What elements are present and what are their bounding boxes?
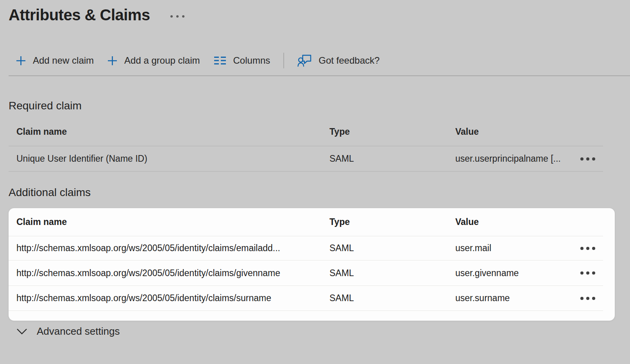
got-feedback-label: Got feedback? [319, 55, 379, 66]
claim-name-cell[interactable]: Unique User Identifier (Name ID) [16, 153, 329, 164]
command-bar: Add new claim Add a group claim Columns [16, 51, 379, 70]
additional-claims-heading: Additional claims [9, 186, 91, 199]
page-header: Attributes & Claims [9, 6, 184, 24]
attributes-claims-page: Attributes & Claims Add new claim Add a … [0, 0, 630, 364]
ellipsis-icon [182, 15, 184, 18]
claim-name-cell[interactable]: http://schemas.xmlsoap.org/ws/2005/05/id… [16, 243, 329, 253]
column-header-value: Value [455, 217, 579, 227]
ellipsis-icon [592, 247, 595, 250]
column-header-type: Type [329, 217, 455, 227]
additional-claims-card: Claim name Type Value http://schemas.xml… [9, 208, 615, 321]
table-row[interactable]: http://schemas.xmlsoap.org/ws/2005/05/id… [9, 261, 603, 286]
ellipsis-icon [592, 157, 595, 161]
got-feedback-button[interactable]: Got feedback? [297, 54, 379, 67]
advanced-settings-label: Advanced settings [37, 325, 120, 337]
row-overflow-menu-button[interactable] [580, 247, 603, 250]
claim-value-cell: user.surname [455, 293, 579, 303]
ellipsis-icon [176, 15, 179, 18]
toolbar-rule [9, 75, 630, 76]
columns-icon [213, 55, 227, 66]
ellipsis-icon [586, 271, 589, 275]
additional-claims-table: Claim name Type Value http://schemas.xml… [9, 208, 603, 311]
ellipsis-icon [580, 247, 583, 250]
row-overflow-menu-button[interactable] [580, 297, 603, 300]
chevron-down-icon [16, 328, 27, 335]
ellipsis-icon [586, 157, 589, 161]
column-header-type: Type [329, 127, 455, 137]
table-row[interactable]: Unique User Identifier (Name ID) SAML us… [9, 146, 603, 172]
claim-value-cell: user.mail [455, 243, 579, 253]
claim-type-cell: SAML [329, 268, 455, 278]
add-group-claim-button[interactable]: Add a group claim [107, 55, 200, 66]
add-new-claim-button[interactable]: Add new claim [16, 55, 94, 66]
ellipsis-icon [586, 247, 589, 250]
toolbar-divider [283, 53, 284, 68]
ellipsis-icon [592, 271, 595, 275]
plus-icon [16, 55, 26, 66]
column-header-claim-name: Claim name [16, 217, 329, 227]
claim-name-cell[interactable]: http://schemas.xmlsoap.org/ws/2005/05/id… [16, 268, 329, 278]
table-row[interactable]: http://schemas.xmlsoap.org/ws/2005/05/id… [9, 286, 603, 311]
column-header-claim-name: Claim name [16, 127, 329, 137]
row-overflow-menu-button[interactable] [580, 157, 603, 161]
claim-value-cell: user.givenname [455, 268, 579, 278]
columns-button[interactable]: Columns [213, 55, 270, 66]
ellipsis-icon [580, 271, 583, 275]
ellipsis-icon [592, 297, 595, 300]
claim-type-cell: SAML [329, 243, 455, 253]
claim-type-cell: SAML [329, 153, 455, 164]
page-context-menu-button[interactable] [170, 13, 184, 18]
required-claim-table-header: Claim name Type Value [9, 118, 603, 146]
columns-label: Columns [233, 55, 270, 66]
row-overflow-menu-button[interactable] [580, 271, 603, 275]
claim-name-cell[interactable]: http://schemas.xmlsoap.org/ws/2005/05/id… [16, 293, 329, 303]
ellipsis-icon [580, 297, 583, 300]
required-claim-table: Claim name Type Value Unique User Identi… [9, 118, 603, 172]
claim-type-cell: SAML [329, 293, 455, 303]
page-title: Attributes & Claims [9, 6, 150, 24]
required-claim-heading: Required claim [9, 100, 82, 112]
table-row[interactable]: http://schemas.xmlsoap.org/ws/2005/05/id… [9, 236, 603, 261]
ellipsis-icon [580, 157, 583, 161]
add-group-claim-label: Add a group claim [124, 55, 200, 66]
advanced-settings-toggle[interactable]: Advanced settings [16, 325, 120, 337]
column-header-value: Value [455, 127, 579, 137]
ellipsis-icon [170, 15, 173, 18]
ellipsis-icon [586, 297, 589, 300]
plus-icon [107, 55, 118, 66]
add-new-claim-label: Add new claim [33, 55, 94, 66]
additional-claims-table-header: Claim name Type Value [9, 208, 603, 236]
claim-value-cell: user.userprincipalname [... [455, 153, 579, 164]
feedback-person-icon [297, 54, 312, 67]
